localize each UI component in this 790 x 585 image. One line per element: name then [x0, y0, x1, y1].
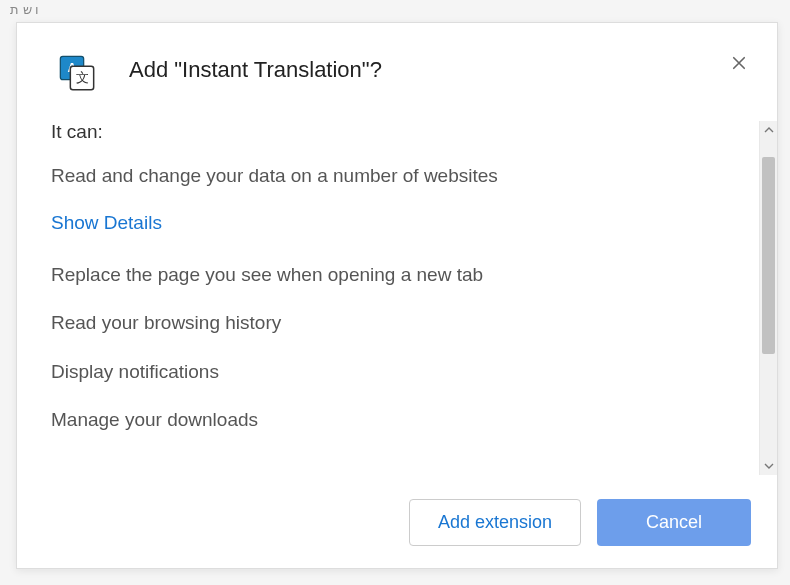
- dialog-title: Add "Instant Translation"?: [129, 57, 723, 83]
- permission-item: Read your browsing history: [51, 310, 739, 337]
- permission-item: Display notifications: [51, 359, 739, 386]
- close-icon: [730, 54, 748, 72]
- permission-item: Read and change your data on a number of…: [51, 163, 739, 190]
- permission-item: Replace the page you see when opening a …: [51, 262, 739, 289]
- dialog-body-wrapper: It can: Read and change your data on a n…: [17, 121, 777, 475]
- scroll-thumb[interactable]: [762, 157, 775, 354]
- scroll-up-arrow[interactable]: [760, 121, 777, 139]
- show-details-link[interactable]: Show Details: [51, 212, 739, 234]
- scroll-track[interactable]: [760, 139, 777, 457]
- dialog-body: It can: Read and change your data on a n…: [17, 121, 759, 475]
- extension-install-dialog: A 文 Add "Instant Translation"? It can: R…: [16, 22, 778, 569]
- scroll-down-arrow[interactable]: [760, 457, 777, 475]
- permissions-intro: It can:: [51, 121, 739, 143]
- close-button[interactable]: [723, 47, 755, 79]
- scrollbar[interactable]: [759, 121, 777, 475]
- permission-item: Manage your downloads: [51, 407, 739, 434]
- background-fragment: ו ש ת: [10, 2, 39, 17]
- svg-text:文: 文: [76, 71, 89, 85]
- extension-icon: A 文: [57, 53, 97, 93]
- add-extension-button[interactable]: Add extension: [409, 499, 581, 546]
- cancel-button[interactable]: Cancel: [597, 499, 751, 546]
- dialog-footer: Add extension Cancel: [17, 475, 777, 568]
- dialog-header: A 文 Add "Instant Translation"?: [17, 23, 777, 93]
